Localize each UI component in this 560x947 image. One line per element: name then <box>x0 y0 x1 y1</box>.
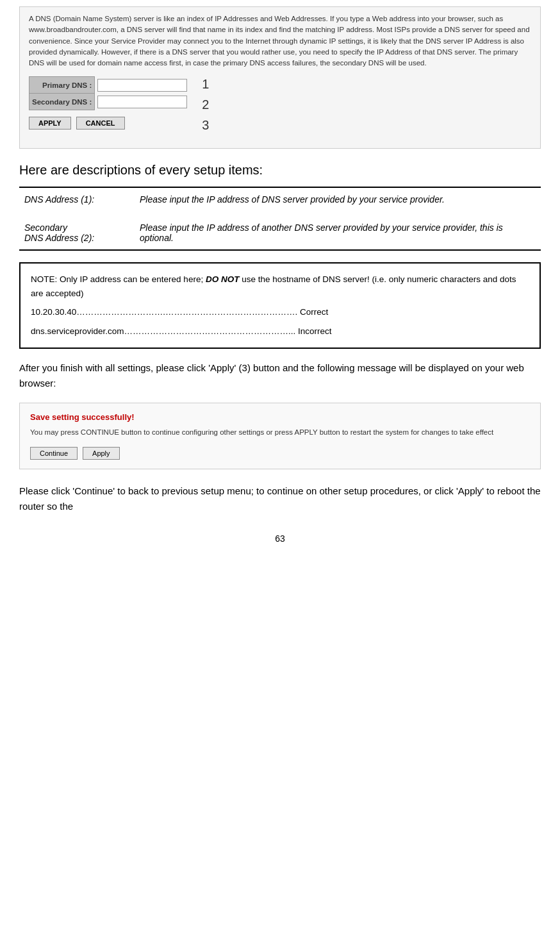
save-panel: Save setting successfully! You may press… <box>19 403 541 469</box>
primary-dns-input[interactable] <box>97 79 187 92</box>
desc-value-1: Please input the IP address of DNS serve… <box>135 187 541 214</box>
description-table: DNS Address (1): Please input the IP add… <box>19 187 541 251</box>
page-number: 63 <box>19 533 541 544</box>
note-line-2: 10.20.30.40………………………….………………………………………. C… <box>31 305 529 319</box>
step-markers: 1 2 3 <box>190 76 209 139</box>
marker-2: 2 <box>202 98 209 111</box>
apply-button[interactable]: APPLY <box>29 117 71 130</box>
note-line-3: dns.serviceprovider.com……………………………………………… <box>31 324 529 339</box>
cancel-button[interactable]: CANCEL <box>76 117 125 130</box>
continue-button[interactable]: Continue <box>30 447 78 460</box>
dns-description: A DNS (Domain Name System) server is lik… <box>29 13 531 69</box>
bottom-text: Please click 'Continue' to back to previ… <box>19 483 541 514</box>
desc-label-2: Secondary DNS Address (2): <box>19 214 135 250</box>
desc-value-2: Please input the IP address of another D… <box>135 214 541 250</box>
save-apply-button[interactable]: Apply <box>83 447 120 460</box>
after-text: After you finish with all settings, plea… <box>19 360 541 391</box>
dns-button-row: APPLY CANCEL <box>29 117 190 130</box>
secondary-dns-label: Secondary DNS : <box>29 94 95 110</box>
dns-panel: A DNS (Domain Name System) server is lik… <box>19 6 541 149</box>
section-title: Here are descriptions of every setup ite… <box>19 163 541 178</box>
marker-1: 1 <box>202 78 209 90</box>
note-bold: DO NOT <box>206 274 240 284</box>
dns-form-table: Primary DNS : Secondary DNS : <box>29 76 190 110</box>
desc-row-1: DNS Address (1): Please input the IP add… <box>19 187 541 214</box>
desc-row-2: Secondary DNS Address (2): Please input … <box>19 214 541 250</box>
save-title: Save setting successfully! <box>30 412 530 422</box>
primary-dns-label: Primary DNS : <box>29 77 95 94</box>
secondary-dns-input[interactable] <box>97 96 187 108</box>
desc-label-1: DNS Address (1): <box>19 187 135 214</box>
note-box: NOTE: Only IP address can be entered her… <box>19 262 541 348</box>
note-line-1: NOTE: Only IP address can be entered her… <box>31 272 529 300</box>
marker-3: 3 <box>202 119 209 131</box>
save-desc: You may press CONTINUE button to continu… <box>30 427 530 438</box>
save-button-row: Continue Apply <box>30 447 530 460</box>
